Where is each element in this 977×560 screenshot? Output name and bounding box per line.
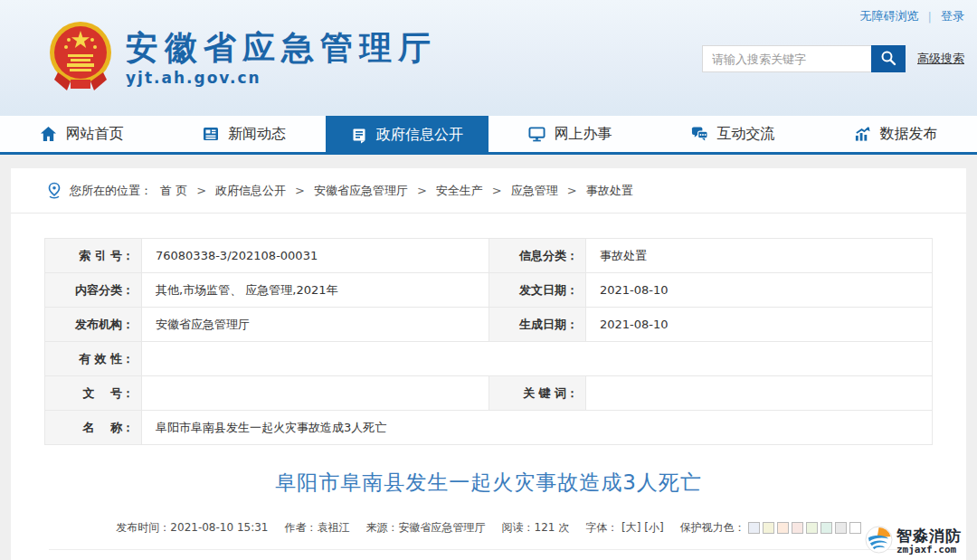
info-value-info-category: 事故处置	[586, 239, 933, 273]
table-row: 发布机构： 安徽省应急管理厅 生成日期： 2021-08-10	[45, 308, 933, 342]
advanced-search-link[interactable]: 高级搜索	[917, 51, 964, 67]
breadcrumb-separator: >	[492, 184, 502, 197]
info-value-issue-date: 2021-08-10	[586, 273, 933, 308]
table-row: 内容分类： 其他,市场监管、 应急管理,2021年 发文日期： 2021-08-…	[45, 273, 933, 308]
content-divider	[49, 549, 928, 550]
info-value-publisher: 安徽省应急管理厅	[142, 308, 489, 342]
breadcrumb-item-accident[interactable]: 事故处置	[586, 183, 633, 199]
font-size-label: 字体：	[585, 521, 618, 534]
eye-color-swatch[interactable]	[806, 522, 818, 534]
author: 作者：袁祖江	[285, 520, 350, 536]
nav-item-label: 政府信息公开	[376, 126, 463, 145]
breadcrumb-item-home[interactable]: 首 页	[160, 183, 187, 199]
font-size-controls: 字体： [大] [小]	[585, 520, 663, 536]
watermark-name: 智淼消防	[896, 528, 962, 545]
info-label-gen-date: 生成日期：	[489, 308, 586, 342]
site-header: 无障碍浏览 | 登录	[0, 0, 977, 116]
breadcrumb-item-emergency[interactable]: 应急管理	[511, 183, 558, 199]
topbar-divider: |	[928, 10, 932, 24]
table-row: 有 效 性：	[45, 342, 933, 376]
nav-item-home[interactable]: 网站首页	[0, 116, 163, 152]
eye-color-swatch[interactable]	[748, 522, 760, 534]
table-row: 名 称： 阜阳市阜南县发生一起火灾事故造成3人死亡	[45, 411, 933, 445]
page: 无障碍浏览 | 登录	[0, 0, 977, 560]
login-link[interactable]: 登录	[941, 8, 964, 24]
eye-color-swatch[interactable]	[777, 522, 789, 534]
article-title: 阜阳市阜南县发生一起火灾事故造成3人死亡	[11, 469, 966, 497]
search-input[interactable]	[702, 45, 871, 72]
chat-icon	[691, 126, 708, 142]
breadcrumb-prefix: 您所在的位置：	[70, 183, 152, 199]
breadcrumb-separator: >	[295, 184, 305, 197]
watermark: 智淼消防 zmjaxf.com	[865, 526, 962, 557]
site-url: yjt.ah.gov.cn	[126, 69, 437, 87]
nav-item-label: 网站首页	[66, 125, 124, 144]
document-icon	[351, 128, 367, 144]
search-icon	[880, 50, 896, 69]
breadcrumb-item-gov-info[interactable]: 政府信息公开	[215, 183, 286, 199]
chart-icon	[854, 126, 871, 142]
info-label-publisher: 发布机构：	[45, 308, 142, 342]
info-label-name: 名 称：	[45, 411, 142, 445]
breadcrumb: 您所在的位置： 首 页 > 政府信息公开 > 安徽省应急管理厅 > 安全生产 >…	[11, 168, 966, 214]
info-value-content-category: 其他,市场监管、 应急管理,2021年	[142, 273, 489, 308]
nav-item-online-services[interactable]: 网上办事	[488, 116, 651, 152]
eye-protect-label: 保护视力色：	[680, 521, 745, 534]
info-label-info-category: 信息分类：	[489, 239, 586, 273]
article-meta: 发布时间：2021-08-10 15:31 作者：袁祖江 来源：安徽省应急管理厅…	[11, 520, 966, 536]
topbar-links: 无障碍浏览 | 登录	[860, 8, 964, 24]
eye-color-swatch[interactable]	[820, 522, 832, 534]
info-label-index-no: 索 引 号：	[45, 239, 142, 273]
read-count: 阅读：121 次	[502, 520, 570, 536]
location-pin-icon	[47, 182, 62, 199]
font-small-button[interactable]: [小]	[644, 521, 663, 534]
breadcrumb-item-department[interactable]: 安徽省应急管理厅	[314, 183, 408, 199]
nav-item-label: 网上办事	[555, 125, 612, 144]
info-value-index-no: 76080338-3/202108-00031	[142, 239, 489, 273]
news-icon	[203, 126, 219, 142]
info-label-validity: 有 效 性：	[45, 342, 142, 376]
eye-color-swatch[interactable]	[763, 522, 774, 534]
breadcrumb-item-safety[interactable]: 安全生产	[436, 183, 483, 199]
breadcrumb-separator: >	[417, 184, 427, 197]
nav-item-interaction[interactable]: 互动交流	[651, 116, 814, 152]
watermark-text: 智淼消防 zmjaxf.com	[896, 528, 962, 555]
info-label-content-category: 内容分类：	[45, 273, 142, 308]
info-label-doc-no: 文 号：	[45, 376, 142, 411]
site-brand: 安徽省应急管理厅 yjt.ah.gov.cn	[47, 20, 437, 96]
info-value-validity	[142, 342, 933, 376]
nav-item-label: 新闻动态	[228, 125, 286, 144]
monitor-icon	[528, 126, 545, 142]
info-label-keywords: 关 键 词：	[489, 376, 586, 411]
eye-color-swatch[interactable]	[849, 522, 861, 534]
national-emblem-logo	[47, 20, 114, 96]
accessibility-link[interactable]: 无障碍浏览	[860, 8, 919, 24]
source: 来源：安徽省应急管理厅	[366, 520, 486, 536]
eye-color-swatch[interactable]	[835, 522, 847, 534]
brand-text: 安徽省应急管理厅 yjt.ah.gov.cn	[126, 29, 437, 87]
eye-color-swatch[interactable]	[792, 522, 803, 534]
info-value-doc-no	[142, 376, 489, 411]
watermark-logo-icon	[865, 526, 893, 557]
info-value-gen-date: 2021-08-10	[586, 308, 933, 342]
table-row: 索 引 号： 76080338-3/202108-00031 信息分类： 事故处…	[45, 239, 933, 273]
main-nav: 网站首页 新闻动态	[0, 116, 977, 155]
eye-protect-colors: 保护视力色：	[680, 520, 861, 536]
breadcrumb-separator: >	[196, 184, 206, 197]
nav-item-label: 数据发布	[880, 125, 938, 144]
nav-item-news[interactable]: 新闻动态	[163, 116, 326, 152]
publish-time: 发布时间：2021-08-10 15:31	[116, 520, 268, 536]
content-card: 您所在的位置： 首 页 > 政府信息公开 > 安徽省应急管理厅 > 安全生产 >…	[11, 168, 966, 560]
watermark-url: zmjaxf.com	[896, 545, 962, 555]
content-background: 您所在的位置： 首 页 > 政府信息公开 > 安徽省应急管理厅 > 安全生产 >…	[0, 155, 977, 560]
search-area: 高级搜索	[702, 45, 964, 72]
search-button[interactable]	[871, 45, 906, 72]
breadcrumb-separator: >	[567, 184, 577, 197]
font-large-button[interactable]: [大]	[621, 521, 640, 534]
nav-item-gov-info[interactable]: 政府信息公开	[326, 116, 488, 155]
nav-item-label: 互动交流	[717, 125, 775, 144]
info-value-keywords	[586, 376, 933, 411]
nav-item-data-release[interactable]: 数据发布	[814, 116, 977, 152]
info-label-issue-date: 发文日期：	[489, 273, 586, 308]
document-info-table: 索 引 号： 76080338-3/202108-00031 信息分类： 事故处…	[44, 238, 933, 445]
